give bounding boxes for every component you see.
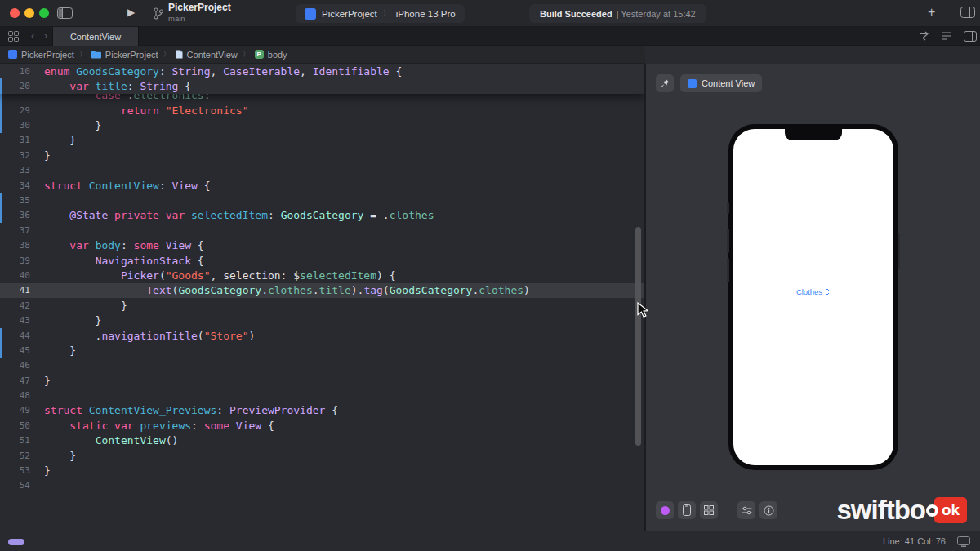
code-text[interactable]: } xyxy=(38,314,101,327)
code-text[interactable]: var title: String { xyxy=(38,80,191,92)
code-text[interactable]: ContentView() xyxy=(38,434,178,447)
window-zoom-button[interactable] xyxy=(39,8,49,18)
breadcrumb-group[interactable]: PickerProject xyxy=(91,50,158,60)
code-line[interactable]: 52 } xyxy=(0,448,644,463)
code-line[interactable]: 42 } xyxy=(0,298,644,313)
variants-button[interactable] xyxy=(656,501,674,519)
editor-pane-icon[interactable] xyxy=(964,31,977,42)
code-line[interactable]: 54 xyxy=(0,478,644,493)
code-line[interactable]: 35 xyxy=(0,193,644,207)
code-line[interactable]: 36 @State private var selectedItem: Good… xyxy=(0,208,644,223)
code-line[interactable]: 40 Picker("Goods", selection: $selectedI… xyxy=(0,268,644,282)
line-number[interactable]: 50 xyxy=(0,420,38,431)
code-text[interactable]: .navigationTitle("Store") xyxy=(38,330,255,342)
line-number[interactable]: 46 xyxy=(0,360,38,371)
go-back-icon[interactable]: ‹ xyxy=(31,29,34,42)
line-number[interactable]: 53 xyxy=(0,465,38,476)
line-number[interactable]: 41 xyxy=(0,285,38,295)
scheme-selector[interactable]: PickerProject 〉 iPhone 13 Pro xyxy=(296,4,465,23)
line-number[interactable]: 34 xyxy=(0,180,38,191)
code-line[interactable]: 45 } xyxy=(0,343,644,358)
code-text[interactable]: } xyxy=(38,119,101,131)
code-text[interactable]: } xyxy=(38,134,76,146)
code-line[interactable]: 53} xyxy=(0,463,644,478)
device-screen[interactable]: Clothes xyxy=(733,129,893,465)
breadcrumb-symbol[interactable]: P body xyxy=(255,50,287,60)
tab-overview-icon[interactable] xyxy=(8,31,19,42)
code-line[interactable]: 20 var title: String { xyxy=(0,78,644,93)
line-number[interactable]: 44 xyxy=(0,331,38,341)
code-text[interactable]: } xyxy=(38,450,76,462)
navigator-toggle-icon[interactable] xyxy=(57,7,73,19)
code-line[interactable]: 10enum GoodsCategory: String, CaseIterab… xyxy=(0,64,644,78)
code-text[interactable]: @State private var selectedItem: GoodsCa… xyxy=(38,209,434,221)
code-line[interactable]: 47} xyxy=(0,373,644,388)
code-line[interactable]: 32} xyxy=(0,148,644,162)
code-editor[interactable]: case .electronics:29 return "Electronics… xyxy=(0,64,644,531)
library-plus-button[interactable]: + xyxy=(928,5,935,20)
code-line[interactable]: 49struct ContentView_Previews: PreviewPr… xyxy=(0,403,644,418)
code-text[interactable]: enum GoodsCategory: String, CaseIterable… xyxy=(38,65,402,78)
run-destination[interactable]: iPhone 13 Pro xyxy=(396,9,456,19)
code-text[interactable]: Picker("Goods", selection: $selectedItem… xyxy=(38,269,396,282)
line-number[interactable]: 52 xyxy=(0,451,38,461)
code-text[interactable]: return "Electronics" xyxy=(38,104,248,117)
line-number[interactable]: 47 xyxy=(0,375,38,386)
code-line[interactable]: 46 xyxy=(0,358,644,373)
goods-picker[interactable]: Clothes xyxy=(733,287,893,296)
code-text[interactable]: struct ContentView_Previews: PreviewProv… xyxy=(38,404,338,416)
active-scheme-block[interactable]: PickerProject main xyxy=(154,2,231,24)
code-line[interactable]: 31 } xyxy=(0,133,644,148)
code-line[interactable]: 29 return "Electronics" xyxy=(0,103,644,118)
line-number[interactable]: 32 xyxy=(0,150,38,161)
line-number[interactable]: 42 xyxy=(0,300,38,311)
breadcrumb-file[interactable]: ContentView xyxy=(176,50,238,60)
line-number[interactable]: 33 xyxy=(0,165,38,176)
line-number[interactable]: 40 xyxy=(0,270,38,281)
line-number[interactable]: 54 xyxy=(0,480,38,491)
line-number[interactable]: 43 xyxy=(0,315,38,326)
code-line[interactable]: 50 static var previews: some View { xyxy=(0,418,644,433)
code-text[interactable]: } xyxy=(38,300,127,312)
grid-button[interactable] xyxy=(700,501,718,519)
code-text[interactable]: NavigationStack { xyxy=(38,255,204,267)
code-line[interactable]: 44 .navigationTitle("Store") xyxy=(0,328,644,343)
code-text[interactable]: } xyxy=(38,375,51,387)
line-number[interactable]: 30 xyxy=(0,120,38,131)
code-text[interactable]: } xyxy=(38,464,51,477)
line-number[interactable]: 38 xyxy=(0,240,38,251)
line-number[interactable]: 51 xyxy=(0,435,38,446)
code-text[interactable]: static var previews: some View { xyxy=(38,420,274,432)
jump-list-icon[interactable] xyxy=(941,31,951,41)
code-line[interactable]: 30 } xyxy=(0,118,644,132)
line-number[interactable]: 45 xyxy=(0,345,38,356)
code-line[interactable]: 41 Text(GoodsCategory.clothes.title).tag… xyxy=(0,283,644,298)
line-number[interactable]: 37 xyxy=(0,225,38,236)
line-number[interactable]: 49 xyxy=(0,405,38,415)
code-line[interactable]: 51 ContentView() xyxy=(0,433,644,448)
pin-preview-button[interactable] xyxy=(656,74,674,92)
run-button[interactable]: ▶ xyxy=(127,7,135,18)
device-bezel-button[interactable] xyxy=(678,501,696,519)
line-number[interactable]: 35 xyxy=(0,195,38,206)
line-number[interactable]: 31 xyxy=(0,135,38,145)
device-settings-button[interactable] xyxy=(737,501,755,519)
code-text[interactable]: } xyxy=(38,149,51,162)
code-text[interactable]: struct ContentView: View { xyxy=(38,180,211,192)
line-number[interactable]: 39 xyxy=(0,256,38,266)
line-number[interactable]: 10 xyxy=(0,66,38,77)
code-line[interactable]: 39 NavigationStack { xyxy=(0,253,644,268)
code-text[interactable]: } xyxy=(38,344,76,357)
editor-layout-icon[interactable] xyxy=(960,7,975,18)
code-line[interactable]: 37 xyxy=(0,223,644,238)
code-line[interactable]: 48 xyxy=(0,388,644,402)
code-line[interactable]: 43 } xyxy=(0,313,644,327)
go-forward-icon[interactable]: › xyxy=(44,29,47,42)
line-number[interactable]: 20 xyxy=(0,81,38,91)
line-number[interactable]: 48 xyxy=(0,390,38,401)
display-icon[interactable] xyxy=(957,536,970,547)
tab-contentview[interactable]: ContentView xyxy=(52,27,139,46)
code-text[interactable]: var body: some View { xyxy=(38,239,204,251)
line-number[interactable]: 36 xyxy=(0,210,38,220)
window-minimize-button[interactable] xyxy=(24,8,34,18)
